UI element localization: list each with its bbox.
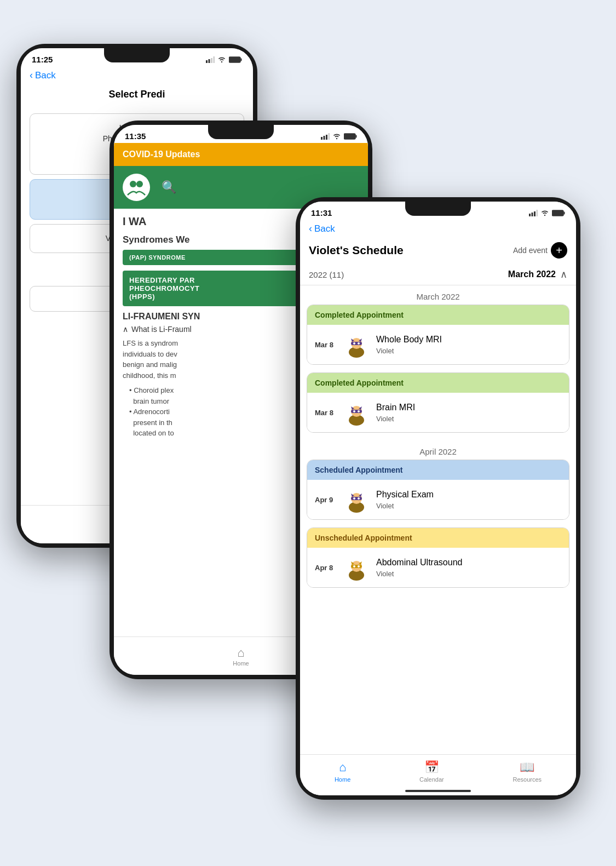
svg-rect-16: [529, 214, 531, 216]
appt-header-completed-1: Completed Appointment: [307, 305, 569, 325]
avatar-violet-2: [343, 399, 370, 426]
phone-1-status-icons: [206, 56, 242, 63]
appt-procedure-3: Physical Exam: [376, 490, 561, 500]
svg-point-36: [358, 410, 360, 412]
wifi-icon-2: [332, 133, 341, 140]
signal-icon-2: [321, 133, 330, 140]
current-month: March 2022: [508, 269, 556, 279]
appt-card-whole-body-mri[interactable]: Completed Appointment Mar 8: [307, 305, 569, 365]
nav-calendar-item[interactable]: 📅 Calendar: [419, 760, 444, 783]
phone-1-title: Select Predi: [21, 84, 253, 109]
svg-point-49: [353, 565, 355, 567]
svg-rect-2: [211, 58, 212, 63]
nav-resources-item[interactable]: 📖 Resources: [513, 760, 542, 783]
phone-1-notch: [104, 48, 170, 62]
schedule-header: Violet's Schedule Add event +: [300, 238, 576, 264]
calendar-nav-icon: 📅: [424, 760, 439, 775]
svg-point-43: [358, 497, 360, 500]
appt-body-4: Apr 8 Abdominal Ultrasound V: [307, 548, 569, 587]
year-count: 2022 (11): [309, 270, 344, 279]
avatar-violet-4: [343, 554, 370, 581]
appt-card-physical-exam[interactable]: Scheduled Appointment Apr 9: [307, 460, 569, 520]
phone-2-nav-home[interactable]: ⌂ Home: [233, 646, 249, 667]
chevron-up-icon: ∧: [560, 268, 567, 280]
back-chevron-icon: ‹: [30, 70, 33, 81]
svg-rect-25: [351, 342, 362, 345]
phone-1-back-button[interactable]: ‹ Back: [21, 66, 253, 84]
year-month-row: 2022 (11) March 2022 ∧: [300, 264, 576, 285]
svg-rect-18: [534, 211, 536, 216]
svg-point-4: [221, 61, 222, 62]
svg-rect-32: [351, 410, 362, 413]
battery-icon-2: [344, 133, 357, 140]
phone-3-back-button[interactable]: ‹ Back: [300, 220, 576, 238]
battery-icon: [229, 56, 242, 63]
nav-home-label-2: Home: [233, 660, 249, 667]
svg-rect-3: [214, 56, 215, 63]
signal-icon-3: [529, 210, 538, 216]
appt-procedure-4: Abdominal Ultrasound: [376, 558, 561, 567]
appt-date-3: Apr 9: [315, 496, 337, 504]
wifi-icon: [217, 56, 226, 63]
svg-rect-39: [351, 497, 362, 500]
back-label: Back: [35, 70, 56, 81]
month-row[interactable]: March 2022 ∧: [508, 268, 567, 280]
svg-point-35: [353, 410, 355, 412]
appt-patient-1: Violet: [376, 347, 561, 355]
appointments-scroll[interactable]: March 2022 Completed Appointment Mar 8: [300, 285, 576, 772]
march-section-label: March 2022: [307, 285, 569, 305]
resources-nav-icon: 📖: [520, 760, 534, 775]
april-section-label: April 2022: [307, 440, 569, 460]
appt-body-2: Mar 8 Brain MRI Violet: [307, 393, 569, 432]
phone-3-notch: [405, 202, 471, 216]
svg-rect-9: [326, 135, 327, 140]
search-icon[interactable]: 🔍: [159, 177, 179, 197]
svg-rect-21: [552, 210, 563, 216]
appt-body-3: Apr 9 Physical Exam Violet: [307, 480, 569, 519]
resources-nav-label: Resources: [513, 776, 542, 783]
avatar-violet-3: [343, 486, 370, 513]
svg-point-42: [353, 497, 355, 500]
nav-home-item[interactable]: ⌂ Home: [335, 760, 350, 783]
svg-point-29: [358, 342, 360, 345]
phone-2-notch: [208, 125, 274, 139]
appt-patient-4: Violet: [376, 570, 561, 578]
phone-2-time: 11:35: [125, 131, 146, 141]
appt-patient-3: Violet: [376, 502, 561, 510]
phone-3-screen: 11:31 ‹ Back Violet's Schedule Add event…: [300, 202, 576, 795]
add-event-btn[interactable]: Add event +: [513, 242, 567, 259]
svg-rect-0: [206, 60, 208, 63]
back-chevron-icon-3: ‹: [309, 223, 312, 234]
appt-name-info-2: Brain MRI Violet: [376, 403, 561, 423]
app-logo: [123, 174, 150, 201]
svg-point-28: [353, 342, 355, 345]
svg-point-15: [136, 181, 143, 187]
appt-date-4: Apr 8: [315, 564, 337, 572]
covid-banner[interactable]: COVID-19 Updates: [114, 143, 368, 166]
svg-point-20: [544, 214, 545, 215]
signal-icon: [206, 56, 215, 63]
appt-card-abdominal-ultrasound[interactable]: Unscheduled Appointment Apr 8: [307, 527, 569, 588]
svg-rect-17: [532, 213, 533, 216]
appt-name-info-1: Whole Body MRI Violet: [376, 335, 561, 355]
appt-patient-2: Violet: [376, 415, 561, 423]
svg-point-50: [358, 565, 360, 567]
svg-rect-1: [209, 59, 210, 63]
appt-card-brain-mri[interactable]: Completed Appointment Mar 8: [307, 372, 569, 433]
wifi-icon-3: [540, 210, 549, 216]
svg-rect-5: [229, 57, 240, 62]
svg-rect-46: [351, 565, 362, 568]
people-logo-icon: [126, 177, 146, 197]
phone-1-time: 11:25: [32, 55, 53, 64]
svg-rect-6: [241, 58, 242, 61]
phone-2-status-icons: [321, 133, 357, 140]
home-nav-label: Home: [335, 776, 350, 783]
add-event-label: Add event: [513, 246, 548, 255]
appt-body-1: Mar 8: [307, 325, 569, 364]
add-circle-icon: +: [551, 242, 567, 259]
expand-label: What is Li-Frauml: [131, 325, 192, 334]
svg-rect-10: [329, 133, 330, 140]
phone-3-bottom-nav: ⌂ Home 📅 Calendar 📖 Resources: [300, 754, 576, 795]
appt-procedure-2: Brain MRI: [376, 403, 561, 412]
battery-icon-3: [552, 210, 565, 216]
